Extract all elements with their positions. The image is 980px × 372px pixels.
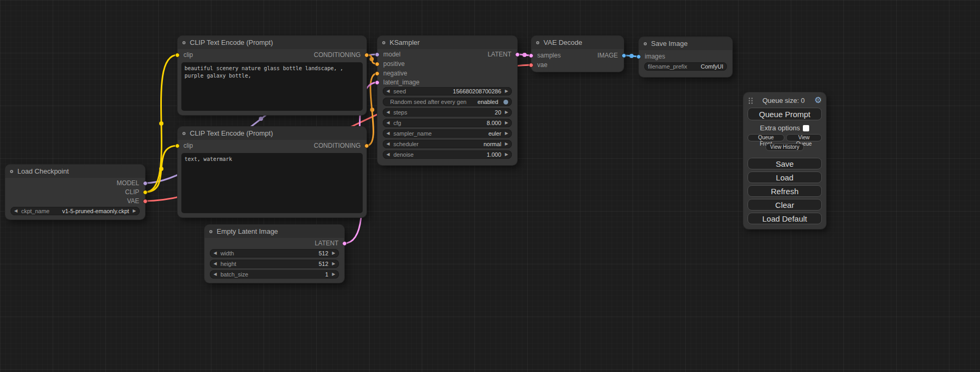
node-header[interactable]: KSampler bbox=[377, 36, 517, 49]
output-port-latent[interactable]: LATENT bbox=[488, 51, 520, 58]
widget-height[interactable]: ◀ height 512 ▶ bbox=[210, 260, 339, 268]
clip-port-dot-icon[interactable] bbox=[175, 53, 180, 58]
model-port-dot-icon[interactable] bbox=[375, 52, 380, 57]
comfy-menu-panel[interactable]: Queue size: 0 ⚙ Queue Prompt Extra optio… bbox=[743, 92, 826, 229]
collapse-dot-icon[interactable] bbox=[209, 230, 212, 233]
node-header[interactable]: CLIP Text Encode (Prompt) bbox=[178, 127, 366, 140]
settings-gear-icon[interactable]: ⚙ bbox=[814, 96, 822, 104]
increment-arrow-icon[interactable]: ▶ bbox=[505, 89, 508, 93]
save-button[interactable]: Save bbox=[748, 158, 822, 169]
output-port-conditioning[interactable]: CONDITIONING bbox=[314, 51, 369, 59]
node-save-image[interactable]: Save Image images filename_prefix ComfyU… bbox=[639, 37, 732, 77]
widget-sampler-name[interactable]: ◀ sampler_name euler ▶ bbox=[383, 129, 512, 138]
latent-port-dot-icon[interactable] bbox=[342, 241, 347, 246]
increment-arrow-icon[interactable]: ▶ bbox=[332, 251, 335, 255]
increment-arrow-icon[interactable]: ▶ bbox=[133, 209, 136, 213]
collapse-dot-icon[interactable] bbox=[536, 41, 539, 44]
decrement-arrow-icon[interactable]: ◀ bbox=[386, 89, 390, 93]
widget-cfg[interactable]: ◀ cfg 8.000 ▶ bbox=[383, 119, 512, 127]
decrement-arrow-icon[interactable]: ◀ bbox=[214, 262, 217, 266]
node-empty-latent-image[interactable]: Empty Latent Image LATENT ◀ width 512 ▶ … bbox=[205, 225, 344, 283]
conditioning-port-dot-icon[interactable] bbox=[364, 144, 369, 148]
widget-width[interactable]: ◀ width 512 ▶ bbox=[210, 249, 339, 257]
increment-arrow-icon[interactable]: ▶ bbox=[505, 152, 508, 157]
conditioning-port-dot-icon[interactable] bbox=[364, 53, 369, 58]
clip-port-dot-icon[interactable] bbox=[175, 144, 180, 148]
widget-scheduler[interactable]: ◀ scheduler normal ▶ bbox=[383, 140, 512, 148]
widget-control-after-generate[interactable]: Random seed after every gen enabled bbox=[383, 98, 512, 106]
node-vae-decode[interactable]: VAE Decode samples vae IMAGE bbox=[531, 36, 624, 72]
toggle-dot-icon[interactable] bbox=[503, 100, 508, 104]
widget-denoise[interactable]: ◀ denoise 1.000 ▶ bbox=[383, 150, 512, 159]
vae-port-dot-icon[interactable] bbox=[529, 63, 533, 68]
output-port-latent[interactable]: LATENT bbox=[315, 240, 347, 247]
input-port-clip[interactable]: clip bbox=[175, 142, 193, 149]
collapse-dot-icon[interactable] bbox=[644, 42, 647, 45]
node-header[interactable]: VAE Decode bbox=[531, 36, 624, 49]
widget-ckpt-name[interactable]: ◀ ckpt_name v1-5-pruned-emaonly.ckpt ▶ bbox=[11, 207, 140, 215]
increment-arrow-icon[interactable]: ▶ bbox=[505, 131, 508, 136]
node-graph-canvas[interactable]: Load Checkpoint MODEL CLIP VAE ◀ ckpt_na… bbox=[0, 0, 980, 372]
decrement-arrow-icon[interactable]: ◀ bbox=[386, 152, 390, 157]
input-port-clip[interactable]: clip bbox=[175, 51, 193, 59]
output-port-model[interactable]: MODEL bbox=[117, 179, 148, 187]
extra-options-checkbox[interactable] bbox=[803, 125, 809, 131]
drag-handle-icon[interactable] bbox=[748, 97, 753, 104]
widget-filename-prefix[interactable]: filename_prefix ComfyUI bbox=[644, 62, 727, 71]
queue-prompt-button[interactable]: Queue Prompt bbox=[748, 108, 822, 120]
output-port-conditioning[interactable]: CONDITIONING bbox=[314, 142, 369, 149]
node-header[interactable]: Empty Latent Image bbox=[205, 225, 344, 238]
node-header[interactable]: CLIP Text Encode (Prompt) bbox=[178, 36, 366, 49]
decrement-arrow-icon[interactable]: ◀ bbox=[386, 110, 390, 115]
decrement-arrow-icon[interactable]: ◀ bbox=[214, 251, 217, 255]
input-port-positive[interactable]: positive bbox=[375, 60, 405, 68]
decrement-arrow-icon[interactable]: ◀ bbox=[386, 121, 390, 125]
decrement-arrow-icon[interactable]: ◀ bbox=[386, 131, 390, 136]
load-button[interactable]: Load bbox=[748, 171, 822, 183]
clip-port-dot-icon[interactable] bbox=[143, 190, 148, 195]
input-port-images[interactable]: images bbox=[636, 53, 665, 60]
node-ksampler[interactable]: KSampler model positive negative latent_… bbox=[377, 36, 517, 165]
input-port-samples[interactable]: samples bbox=[529, 52, 561, 59]
view-history-button[interactable]: View History bbox=[765, 144, 804, 151]
latent-port-dot-icon[interactable] bbox=[529, 53, 533, 58]
prompt-textarea[interactable]: beautiful scenery nature glass bottle la… bbox=[181, 62, 363, 111]
collapse-dot-icon[interactable] bbox=[182, 41, 186, 44]
increment-arrow-icon[interactable]: ▶ bbox=[505, 110, 508, 115]
refresh-button[interactable]: Refresh bbox=[748, 185, 822, 197]
output-port-clip[interactable]: CLIP bbox=[125, 188, 148, 196]
conditioning-port-dot-icon[interactable] bbox=[375, 71, 380, 76]
output-port-image[interactable]: IMAGE bbox=[597, 52, 626, 59]
widget-seed[interactable]: ◀ seed 156680208700286 ▶ bbox=[383, 87, 512, 96]
increment-arrow-icon[interactable]: ▶ bbox=[505, 142, 508, 146]
clear-button[interactable]: Clear bbox=[748, 199, 822, 211]
increment-arrow-icon[interactable]: ▶ bbox=[332, 262, 335, 266]
output-port-vae[interactable]: VAE bbox=[127, 197, 148, 205]
prompt-textarea[interactable]: text, watermark bbox=[181, 153, 363, 213]
collapse-dot-icon[interactable] bbox=[10, 170, 13, 173]
input-port-latent-image[interactable]: latent_image bbox=[375, 79, 420, 86]
collapse-dot-icon[interactable] bbox=[182, 132, 186, 135]
increment-arrow-icon[interactable]: ▶ bbox=[332, 272, 335, 276]
input-port-negative[interactable]: negative bbox=[375, 70, 407, 77]
increment-arrow-icon[interactable]: ▶ bbox=[505, 121, 508, 125]
image-port-dot-icon[interactable] bbox=[636, 54, 641, 59]
input-port-vae[interactable]: vae bbox=[529, 61, 547, 69]
decrement-arrow-icon[interactable]: ◀ bbox=[214, 272, 217, 276]
decrement-arrow-icon[interactable]: ◀ bbox=[14, 209, 17, 213]
widget-batch-size[interactable]: ◀ batch_size 1 ▶ bbox=[210, 270, 339, 279]
model-port-dot-icon[interactable] bbox=[143, 181, 148, 186]
input-port-model[interactable]: model bbox=[375, 51, 401, 58]
load-default-button[interactable]: Load Default bbox=[748, 213, 822, 224]
node-header[interactable]: Load Checkpoint bbox=[5, 165, 145, 178]
node-header[interactable]: Save Image bbox=[639, 37, 732, 50]
image-port-dot-icon[interactable] bbox=[622, 53, 626, 58]
decrement-arrow-icon[interactable]: ◀ bbox=[386, 142, 390, 146]
queue-front-button[interactable]: Queue Front bbox=[748, 134, 784, 141]
vae-port-dot-icon[interactable] bbox=[143, 199, 148, 204]
node-clip-text-encode-positive[interactable]: CLIP Text Encode (Prompt) clip CONDITION… bbox=[178, 36, 366, 115]
conditioning-port-dot-icon[interactable] bbox=[375, 62, 380, 66]
collapse-dot-icon[interactable] bbox=[382, 41, 385, 44]
widget-steps[interactable]: ◀ steps 20 ▶ bbox=[383, 108, 512, 117]
node-clip-text-encode-negative[interactable]: CLIP Text Encode (Prompt) clip CONDITION… bbox=[178, 127, 366, 217]
